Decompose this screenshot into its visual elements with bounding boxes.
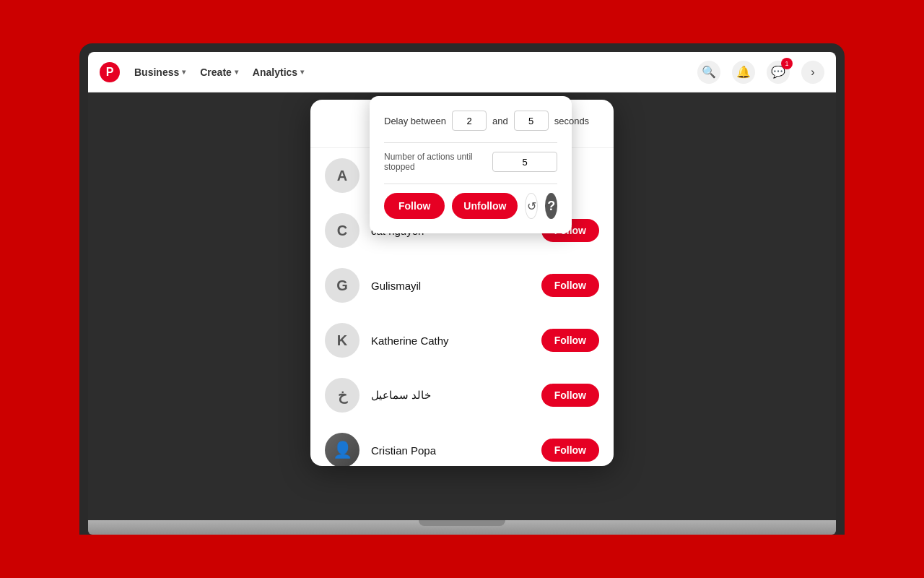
chevron-down-icon: ▾ [182,68,186,76]
modal-overlay: 8,989 Followers A Andreea Tănase C cat n… [88,92,836,520]
chevron-down-icon: ▾ [235,68,238,76]
nav-analytics[interactable]: Analytics ▾ [253,66,304,78]
follow-button[interactable]: Follow [541,329,599,352]
delay-row: Delay between and seconds [384,111,557,131]
avatar: K [325,323,359,358]
follower-name: Gulismayil [371,280,530,292]
nav-business[interactable]: Business ▾ [134,66,186,78]
actions-label: Number of actions until stopped [384,152,487,172]
panel-actions: Follow Unfollow ↺ ? [384,193,557,219]
avatar: G [325,268,359,303]
help-button[interactable]: ? [545,193,557,219]
screen-content: 8,989 Followers A Andreea Tănase C cat n… [88,92,836,520]
divider [384,184,557,184]
actions-input[interactable] [492,152,557,172]
refresh-icon: ↺ [527,199,536,213]
panel-follow-button[interactable]: Follow [384,193,445,219]
and-label: and [492,116,508,126]
question-mark-icon: ? [547,199,555,214]
message-badge: 1 [781,58,793,69]
seconds-label: seconds [554,116,589,126]
search-button[interactable]: 🔍 [697,61,720,84]
notifications-button[interactable]: 🔔 [732,61,755,84]
settings-panel: Delay between and seconds Number of acti… [370,96,572,233]
delay-min-input[interactable] [452,111,487,131]
laptop-notch [419,520,505,526]
panel-unfollow-button[interactable]: Unfollow [452,193,518,219]
chevron-down-icon: ▾ [300,68,304,76]
follower-name: Katherine Cathy [371,335,530,347]
avatar: A [325,158,359,193]
delay-label: Delay between [384,116,446,126]
refresh-button[interactable]: ↺ [525,193,538,219]
chevron-button[interactable]: › [801,61,824,84]
list-item: خ خالد سماعيل Follow [310,368,614,423]
avatar: 👤 [325,433,359,466]
list-item: 👤 Cristian Popa Follow [310,423,614,466]
follower-name: خالد سماعيل [371,389,530,402]
laptop-screen: PinterestP Business ▾ Create ▾ Analytics… [88,52,836,520]
header-right: 🔍 🔔 💬 1 › [697,61,824,84]
follow-button[interactable]: Follow [541,384,599,407]
follow-button[interactable]: Follow [541,439,599,462]
messages-button[interactable]: 💬 1 [767,61,790,84]
pinterest-logo: PinterestP [100,62,120,82]
delay-max-input[interactable] [514,111,549,131]
avatar-photo: 👤 [325,433,359,466]
list-item: G Gulismayil Follow [310,258,614,313]
avatar: خ [325,378,359,413]
outer-wrapper: PinterestP Business ▾ Create ▾ Analytics… [79,43,845,535]
actions-row: Number of actions until stopped [384,152,557,172]
follow-button[interactable]: Follow [541,274,599,297]
pinterest-header: PinterestP Business ▾ Create ▾ Analytics… [88,52,836,92]
list-item: K Katherine Cathy Follow [310,313,614,368]
avatar: C [325,213,359,248]
nav-create[interactable]: Create ▾ [200,66,238,78]
divider [384,142,557,143]
laptop-base [88,520,836,535]
laptop-shell: PinterestP Business ▾ Create ▾ Analytics… [79,43,845,535]
follower-name: Cristian Popa [371,444,530,457]
